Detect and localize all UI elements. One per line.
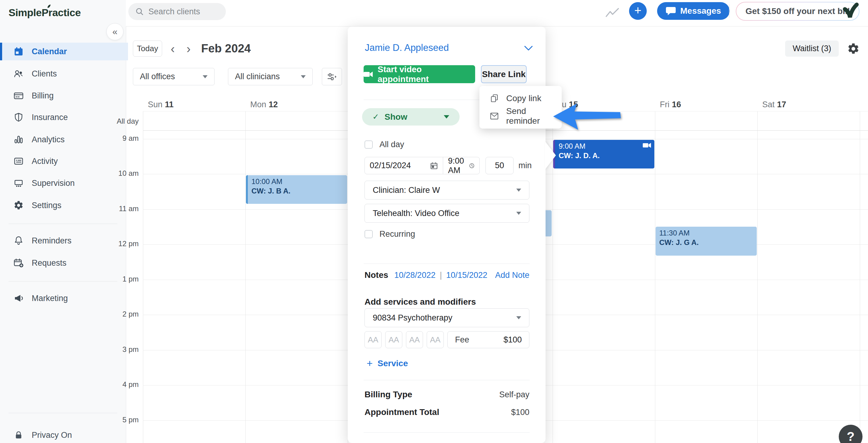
collapse-chevrons: « xyxy=(113,27,118,37)
search-input[interactable]: Search clients xyxy=(128,3,226,20)
day-header-fri: Fri16 xyxy=(660,100,681,109)
sidebar-item-marketing[interactable]: Marketing xyxy=(0,289,126,307)
prev-week-button[interactable]: ‹ xyxy=(171,41,175,56)
status-value: Show xyxy=(384,112,407,122)
all-day-checkbox[interactable] xyxy=(365,140,373,149)
marketing-megaphone-icon xyxy=(13,293,24,304)
sidebar-item-label: Activity xyxy=(32,157,58,166)
calendar-event-mon[interactable]: 10:00 AM CW: J. B A. xyxy=(246,175,347,204)
sidebar-divider xyxy=(8,413,117,413)
day-number: 15 xyxy=(569,100,578,109)
day-number: 16 xyxy=(672,100,681,109)
sidebar-divider xyxy=(8,224,117,224)
sidebar-item-activity[interactable]: Activity xyxy=(0,152,126,170)
recurring-checkbox[interactable] xyxy=(365,230,373,238)
time-field[interactable]: 9:00 AM xyxy=(443,157,479,174)
sidebar-item-calendar[interactable]: Calendar xyxy=(0,43,128,60)
fee-field[interactable]: Fee $100 xyxy=(447,331,529,348)
chevron-down-icon[interactable] xyxy=(524,45,533,51)
date-field[interactable]: 02/15/2024 xyxy=(365,157,443,174)
day-name: Mon xyxy=(250,100,267,109)
client-name-link[interactable]: Jamie D. Appleseed xyxy=(365,42,449,53)
duration-value: 50 xyxy=(495,161,504,170)
time-label: 10 am xyxy=(102,169,139,178)
privacy-toggle[interactable]: Privacy On xyxy=(0,426,126,443)
messages-button[interactable]: Messages xyxy=(657,2,730,20)
send-reminder-menu-item[interactable]: Send reminder xyxy=(479,107,562,125)
time-value: 9:00 AM xyxy=(448,156,469,175)
sidebar-divider xyxy=(8,281,117,282)
activity-icon xyxy=(13,156,24,166)
datetime-group: 02/15/2024 9:00 AM xyxy=(365,157,480,174)
sidebar-item-label: Marketing xyxy=(32,294,68,303)
analytics-icon xyxy=(13,134,24,145)
duration-unit-label: min xyxy=(519,161,532,170)
chevron-down-icon xyxy=(516,189,521,192)
clinician-select[interactable]: Clinician: Claire W xyxy=(365,181,529,199)
location-select[interactable]: Telehealth: Video Office xyxy=(365,204,529,223)
day-number: 11 xyxy=(165,100,174,109)
calendar-settings-button[interactable] xyxy=(846,41,861,56)
supervision-icon xyxy=(13,178,24,188)
help-button[interactable]: ? xyxy=(839,425,863,443)
clinicians-filter-value: All clinicians xyxy=(235,72,280,81)
modifier-input[interactable]: AA xyxy=(406,331,423,348)
event-client: CW: J. D. A. xyxy=(559,151,651,160)
start-video-label: Start video appointment xyxy=(378,65,475,84)
clinicians-filter-select[interactable]: All clinicians xyxy=(228,68,313,85)
settings-gear-icon xyxy=(13,200,24,211)
billing-icon xyxy=(13,91,24,101)
event-time: 11:30 AM xyxy=(659,228,753,238)
sidebar-item-clients[interactable]: Clients xyxy=(0,65,126,83)
offices-filter-select[interactable]: All offices xyxy=(133,68,215,85)
day-name: Sun xyxy=(148,100,162,109)
time-label: 2 pm xyxy=(102,310,139,318)
day-name: Fri xyxy=(660,100,669,109)
share-link-label: Share Link xyxy=(482,69,525,79)
add-button[interactable]: + xyxy=(629,2,647,20)
add-service-link[interactable]: + Service xyxy=(367,357,408,369)
copy-link-menu-item[interactable]: Copy link xyxy=(479,90,562,107)
brand-mark-icon[interactable] xyxy=(841,2,859,20)
calendar-event-fri[interactable]: 11:30 AM CW: J. G A. xyxy=(656,227,757,256)
waitlist-button[interactable]: Waitlist (3) xyxy=(785,40,839,57)
calendar-event-thu-selected[interactable]: 9:00 AM CW: J. D. A. xyxy=(553,140,654,168)
share-link-button[interactable]: Share Link xyxy=(481,65,527,83)
service-select[interactable]: 90834 Psychotherapy xyxy=(365,308,529,327)
all-day-row-label: All day xyxy=(102,117,139,126)
modifier-input[interactable]: AA xyxy=(385,331,402,348)
add-note-link[interactable]: Add Note xyxy=(495,271,529,280)
time-label: 11 am xyxy=(102,204,139,213)
grid-line xyxy=(143,111,143,443)
note-date-link[interactable]: 10/15/2022 xyxy=(446,271,487,280)
sidebar-item-billing[interactable]: Billing xyxy=(0,87,126,104)
today-button[interactable]: Today xyxy=(133,40,162,57)
start-video-appointment-button[interactable]: Start video appointment xyxy=(364,65,475,83)
event-client: CW: J. G A. xyxy=(659,238,753,247)
next-week-button[interactable]: › xyxy=(187,41,190,56)
sidebar-collapse-button[interactable]: « xyxy=(106,23,123,40)
filter-settings-button[interactable] xyxy=(322,68,342,85)
event-time: 10:00 AM xyxy=(251,177,343,186)
sidebar-item-requests[interactable]: Requests xyxy=(0,254,126,272)
clients-icon xyxy=(13,68,24,79)
billing-type-label: Billing Type xyxy=(365,390,412,400)
trend-icon[interactable] xyxy=(605,7,620,20)
modifier-input[interactable]: AA xyxy=(365,331,381,348)
service-value: 90834 Psychotherapy xyxy=(373,313,452,323)
duration-field[interactable]: 50 xyxy=(486,157,514,174)
today-label: Today xyxy=(137,44,158,53)
mail-icon xyxy=(490,112,499,120)
event-client: CW: J. B A. xyxy=(251,186,343,196)
grid-line xyxy=(757,111,758,443)
sidebar-item-label: Requests xyxy=(32,258,66,268)
sliders-icon xyxy=(327,71,337,82)
modifier-input[interactable]: AA xyxy=(427,331,444,348)
sidebar-item-label: Calendar xyxy=(32,47,67,56)
sidebar-item-label: Insurance xyxy=(32,113,68,122)
note-date-link[interactable]: 10/28/2022 xyxy=(394,271,436,280)
chevron-left-icon: ‹ xyxy=(171,42,175,56)
chevron-right-icon: › xyxy=(187,42,190,56)
status-select[interactable]: ✓ Show xyxy=(362,108,460,126)
promo-label: Get $150 off your next bill xyxy=(745,6,850,16)
